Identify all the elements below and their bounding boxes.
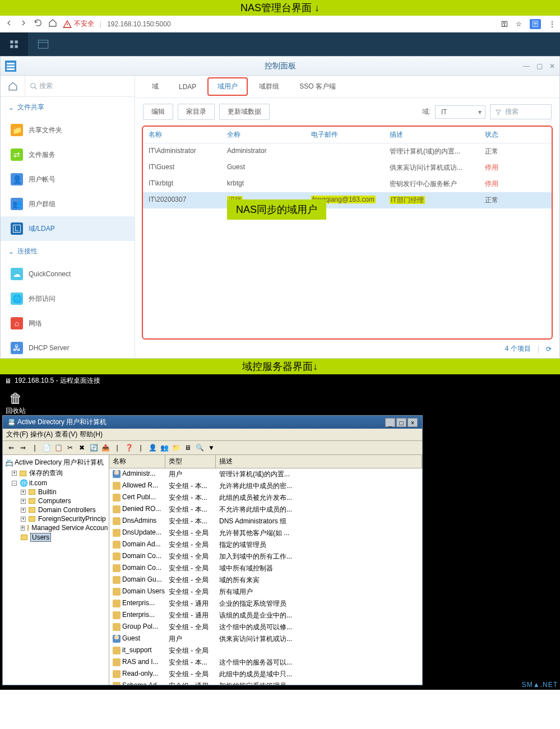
star-icon[interactable]: ☆	[516, 20, 522, 28]
tb-find-icon[interactable]: 🔍	[195, 443, 205, 453]
tb-cut-icon[interactable]: ✂	[65, 443, 75, 453]
forward-icon[interactable]	[19, 18, 28, 29]
col-status[interactable]: 状态	[485, 130, 524, 140]
tb-export-icon[interactable]: 📤	[100, 443, 110, 453]
list-row[interactable]: Domain Co...安全组 - 全局加入到域中的所有工作...	[109, 551, 422, 563]
sidebar-shared-folder[interactable]: 📁共享文件夹	[1, 118, 135, 142]
sidebar-domain-ldap[interactable]: 🄻域/LDAP	[1, 216, 135, 241]
tb-group-icon[interactable]: 👥	[159, 443, 169, 453]
sidebar-external-access[interactable]: 🌐外部访问	[1, 286, 135, 311]
list-row[interactable]: Guest用户供来宾访问计算机或访...	[109, 633, 422, 645]
list-row[interactable]: Group Pol...安全组 - 全局这个组中的成员可以修...	[109, 621, 422, 633]
tree-domain[interactable]: -🌐it.com	[5, 479, 107, 487]
menu-icon[interactable]: ⋮	[549, 20, 556, 28]
lcol-desc[interactable]: 描述	[216, 455, 422, 468]
edit-button[interactable]: 编辑	[143, 104, 173, 120]
sidebar-file-services[interactable]: ⇄文件服务	[1, 142, 135, 167]
table-row[interactable]: IT\krbtgtkrbtgt密钥发行中心服务帐户停用	[143, 176, 552, 192]
col-fullname[interactable]: 全称	[227, 130, 311, 140]
list-row[interactable]: Allowed R...安全组 - 本...允许将此组中成员的密...	[109, 480, 422, 492]
back-icon[interactable]	[4, 18, 13, 29]
close-icon[interactable]: ✕	[549, 62, 555, 70]
tree-item[interactable]: Users	[5, 532, 107, 542]
tab-domain-users[interactable]: 域用户	[207, 77, 248, 96]
tab-domain[interactable]: 域	[143, 78, 168, 95]
menu-file[interactable]: 文件(F)	[6, 430, 28, 439]
table-row[interactable]: IT\20200307冯强fengqiang@163.comIT部门经理正常	[143, 192, 552, 208]
col-name[interactable]: 名称	[149, 130, 227, 140]
tb-up-icon[interactable]: 📄	[41, 443, 52, 453]
tree-saved-queries[interactable]: +保存的查询	[5, 468, 107, 479]
list-row[interactable]: Domain Gu...安全组 - 全局域的所有来宾	[109, 574, 422, 586]
col-desc[interactable]: 描述	[390, 130, 485, 140]
tb-help-icon[interactable]: ❓	[124, 443, 134, 453]
list-row[interactable]: it_support安全组 - 全局	[109, 645, 422, 657]
tree-root[interactable]: 📇Active Directory 用户和计算机	[5, 457, 107, 468]
list-row[interactable]: Cert Publ...安全组 - 本...此组的成员被允许发布...	[109, 492, 422, 504]
sidebar-group-fileshare[interactable]: ⌄文件共享	[1, 97, 135, 118]
filter-input[interactable]: 搜索	[490, 104, 552, 119]
dsm-apps-button[interactable]	[0, 32, 28, 56]
col-email[interactable]: 电子邮件	[311, 130, 390, 140]
list-row[interactable]: Schema Ad...安全组 - 通用架构的指定系统管理员	[109, 680, 422, 685]
list-row[interactable]: Domain Co...安全组 - 全局域中所有域控制器	[109, 563, 422, 574]
menu-help[interactable]: 帮助(H)	[80, 430, 103, 439]
aduc-close-icon[interactable]: ×	[408, 418, 418, 427]
recycle-bin-icon[interactable]: 🗑 回收站	[6, 391, 26, 416]
sidebar-home-button[interactable]	[1, 76, 25, 96]
tb-props-icon[interactable]: 📋	[53, 443, 63, 453]
tb-fwd-icon[interactable]: ⇒	[18, 443, 28, 453]
sidebar-user[interactable]: 👤用户帐号	[1, 167, 135, 192]
list-row[interactable]: DnsAdmins安全组 - 本...DNS Administrators 组	[109, 516, 422, 527]
tab-domain-groups[interactable]: 域群组	[250, 78, 288, 95]
list-row[interactable]: Domain Users安全组 - 全局所有域用户	[109, 586, 422, 598]
tree-item[interactable]: +Computers	[5, 496, 107, 505]
home-dir-button[interactable]: 家目录	[178, 104, 215, 120]
sidebar-search[interactable]: 搜索	[25, 76, 135, 96]
home-icon[interactable]	[48, 18, 57, 29]
lcol-type[interactable]: 类型	[165, 455, 216, 468]
maximize-icon[interactable]: ▢	[536, 62, 543, 70]
sidebar-group-connectivity[interactable]: ⌄连接性	[1, 241, 135, 262]
dsm-window-button[interactable]	[29, 32, 57, 56]
tb-user-icon[interactable]: 👤	[147, 443, 158, 453]
list-row[interactable]: RAS and I...安全组 - 本...这个组中的服务器可以...	[109, 657, 422, 668]
tree-item[interactable]: +ForeignSecurityPrincip	[5, 514, 107, 523]
list-row[interactable]: Domain Ad...安全组 - 全局指定的域管理员	[109, 539, 422, 551]
update-domain-button[interactable]: 更新域数据	[219, 104, 270, 120]
sidebar-group[interactable]: 👥用户群组	[1, 192, 135, 216]
tree-item[interactable]: +Builtin	[5, 487, 107, 496]
domain-dropdown[interactable]: IT	[435, 105, 485, 119]
tb-computer-icon[interactable]: 🖥	[183, 443, 193, 453]
tb-ou-icon[interactable]: 📁	[171, 443, 181, 453]
tb-back-icon[interactable]: ⇐	[6, 443, 16, 453]
tb-filter-icon[interactable]: ▼	[206, 443, 216, 453]
tab-sso[interactable]: SSO 客户端	[290, 78, 345, 95]
lcol-name[interactable]: 名称	[109, 455, 165, 468]
tree-item[interactable]: +Domain Controllers	[5, 505, 107, 514]
sidebar-dhcp[interactable]: 🖧DHCP Server	[1, 336, 135, 360]
aduc-max-icon[interactable]: □	[396, 418, 406, 427]
sidebar-network[interactable]: ⌂网络	[1, 311, 135, 336]
list-row[interactable]: Enterpris...安全组 - 通用该组的成员是企业中的...	[109, 610, 422, 621]
tree-item[interactable]: +Managed Service Accoun	[5, 523, 107, 532]
tb-refresh-icon[interactable]: 🔄	[89, 443, 99, 453]
table-row[interactable]: IT\GuestGuest供来宾访问计算机或访...停用	[143, 160, 552, 176]
tab-ldap[interactable]: LDAP	[170, 80, 205, 94]
refresh-icon[interactable]: ⟳	[546, 345, 552, 353]
minimize-icon[interactable]: —	[523, 62, 530, 70]
list-row[interactable]: Denied RO...安全组 - 本...不允许将此组中成员的...	[109, 504, 422, 516]
list-row[interactable]: Enterpris...安全组 - 通用企业的指定系统管理员	[109, 598, 422, 610]
aduc-min-icon[interactable]: _	[385, 418, 395, 427]
menu-action[interactable]: 操作(A)	[30, 430, 53, 439]
table-row[interactable]: IT\AdministratorAdministrator管理计算机(域)的内置…	[143, 143, 552, 160]
list-row[interactable]: Administr...用户管理计算机(域)的内置...	[109, 468, 422, 480]
tb-delete-icon[interactable]: ✖	[77, 443, 87, 453]
list-row[interactable]: Read-only...安全组 - 全局此组中的成员是域中只...	[109, 668, 422, 680]
aduc-tree[interactable]: 📇Active Directory 用户和计算机 +保存的查询 -🌐it.com…	[3, 455, 109, 685]
reload-icon[interactable]	[34, 18, 43, 29]
sidebar-quickconnect[interactable]: ☁QuickConnect	[1, 262, 135, 286]
key-icon[interactable]: ⚿	[501, 20, 508, 28]
translate-icon[interactable]: 🈂	[530, 19, 541, 29]
menu-view[interactable]: 查看(V)	[55, 430, 77, 439]
